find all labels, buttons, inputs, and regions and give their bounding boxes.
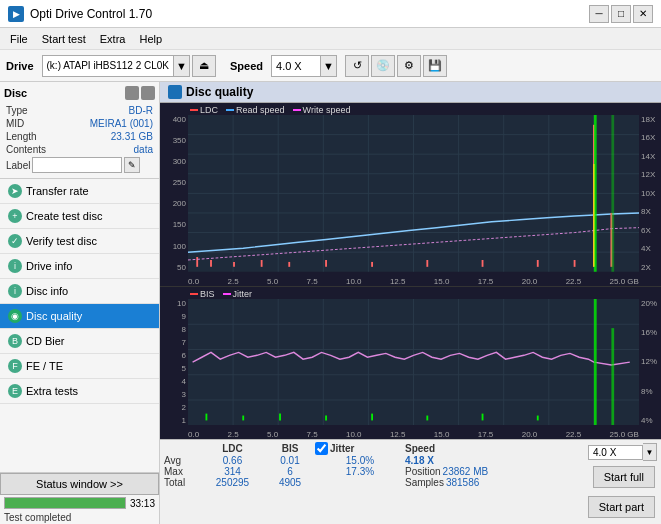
- cd-bier-icon: B: [8, 334, 22, 348]
- nav-extra-tests[interactable]: E Extra tests: [0, 379, 159, 404]
- jitter-checkbox[interactable]: [315, 442, 328, 455]
- title-bar-left: ▶ Opti Drive Control 1.70: [8, 6, 152, 22]
- settings-button[interactable]: ⚙: [397, 55, 421, 77]
- bis-legend-dot: [190, 293, 198, 295]
- app-icon: ▶: [8, 6, 24, 22]
- chart1-y-axis-left: 400 350 300 250 200 150 100 50: [160, 115, 188, 272]
- verify-test-icon: ✓: [8, 234, 22, 248]
- samples-value: 381586: [446, 477, 479, 488]
- menu-extra[interactable]: Extra: [94, 31, 132, 47]
- nav-verify-test[interactable]: ✓ Verify test disc: [0, 229, 159, 254]
- nav-disc-quality[interactable]: ◉ Disc quality: [0, 304, 159, 329]
- start-part-button[interactable]: Start part: [588, 496, 655, 518]
- max-label: Max: [164, 466, 200, 477]
- start-full-button[interactable]: Start full: [593, 466, 655, 488]
- speed-selector-arrow[interactable]: ▼: [643, 443, 657, 461]
- refresh-button[interactable]: ↺: [345, 55, 369, 77]
- read-speed-legend-dot: [226, 109, 234, 111]
- bottom-stats-controls: LDC BIS Jitter Speed Avg 0.66 0.01 15.0%…: [160, 439, 661, 524]
- nav-transfer-rate[interactable]: ➤ Transfer rate: [0, 179, 159, 204]
- nav-cd-bier[interactable]: B CD Bier: [0, 329, 159, 354]
- avg-label: Avg: [164, 455, 200, 466]
- chart1-y-axis-right: 18X 16X 14X 12X 10X 8X 6X 4X 2X: [639, 115, 661, 272]
- eject-button[interactable]: ⏏: [192, 55, 216, 77]
- progress-row: 33:13: [0, 495, 159, 511]
- chart2-container: BIS Jitter: [160, 287, 661, 439]
- speed-label: Speed: [230, 60, 263, 72]
- disc-icon1[interactable]: [125, 86, 139, 100]
- app-title: Opti Drive Control 1.70: [30, 7, 152, 21]
- jitter-checkbox-group: Jitter: [315, 442, 405, 455]
- total-label: Total: [164, 477, 200, 488]
- chart2-x-axis: 0.0 2.5 5.0 7.5 10.0 12.5 15.0 17.5 20.0…: [188, 430, 639, 439]
- ldc-col-header: LDC: [200, 443, 265, 454]
- speed-select[interactable]: 4.0 X: [271, 55, 321, 77]
- close-button[interactable]: ✕: [633, 5, 653, 23]
- status-area: Status window >> 33:13 Test completed: [0, 472, 159, 524]
- avg-jitter: 15.0%: [315, 455, 405, 466]
- maximize-button[interactable]: □: [611, 5, 631, 23]
- drive-select[interactable]: (k:) ATAPI iHBS112 2 CL0K: [42, 55, 174, 77]
- stats-max-row: Max 314 6 17.3% Position 23862 MB: [164, 466, 537, 477]
- samples-label: Samples: [405, 477, 444, 488]
- chart2-y-axis-right: 20% 16% 12% 8% 4%: [639, 299, 661, 425]
- jitter-legend-dot: [223, 293, 231, 295]
- write-speed-legend-dot: [293, 109, 301, 111]
- right-controls: 4.0 X ▼ Start full Start part: [541, 440, 661, 524]
- svg-rect-55: [594, 299, 597, 425]
- speed-selector[interactable]: 4.0 X: [588, 445, 643, 460]
- quality-header-icon: [168, 85, 182, 99]
- speed-select-arrow[interactable]: ▼: [321, 55, 337, 77]
- disc-length-row: Length 23.31 GB: [4, 130, 155, 143]
- disc-type-row: Type BD-R: [4, 104, 155, 117]
- nav-drive-info[interactable]: i Drive info: [0, 254, 159, 279]
- bis-col-header: BIS: [265, 443, 315, 454]
- svg-rect-56: [611, 328, 614, 425]
- title-bar: ▶ Opti Drive Control 1.70 ─ □ ✕: [0, 0, 661, 28]
- legend-jitter: Jitter: [223, 289, 253, 299]
- stats-total-row: Total 250295 4905 Samples 381586: [164, 477, 537, 488]
- menu-start-test[interactable]: Start test: [36, 31, 92, 47]
- transfer-rate-icon: ➤: [8, 184, 22, 198]
- status-window-button[interactable]: Status window >>: [0, 473, 159, 495]
- label-edit-button[interactable]: ✎: [124, 157, 140, 173]
- legend-read-speed: Read speed: [226, 105, 285, 115]
- status-time: 33:13: [130, 498, 155, 509]
- disc-quality-icon: ◉: [8, 309, 22, 323]
- max-ldc: 314: [200, 466, 265, 477]
- avg-bis: 0.01: [265, 455, 315, 466]
- menu-bar: File Start test Extra Help: [0, 28, 661, 50]
- disc-panel: Disc Type BD-R MID MEIRA1 (001) Length 2…: [0, 82, 159, 179]
- speed-selector-group: 4.0 X ▼: [588, 443, 657, 461]
- nav-disc-info[interactable]: i Disc info: [0, 279, 159, 304]
- total-bis: 4905: [265, 477, 315, 488]
- drive-select-arrow[interactable]: ▼: [174, 55, 190, 77]
- samples-group: Samples 381586: [405, 477, 479, 488]
- extra-tests-icon: E: [8, 384, 22, 398]
- menu-file[interactable]: File: [4, 31, 34, 47]
- minimize-button[interactable]: ─: [589, 5, 609, 23]
- disc-button[interactable]: 💿: [371, 55, 395, 77]
- toolbar-icons: ↺ 💿 ⚙ 💾: [345, 55, 447, 77]
- menu-help[interactable]: Help: [133, 31, 168, 47]
- charts-area: LDC Read speed Write speed: [160, 103, 661, 439]
- nav-list: ➤ Transfer rate + Create test disc ✓ Ver…: [0, 179, 159, 472]
- title-bar-controls: ─ □ ✕: [589, 5, 653, 23]
- nav-create-test[interactable]: + Create test disc: [0, 204, 159, 229]
- position-value: 23862 MB: [443, 466, 489, 477]
- quality-panel-header: Disc quality: [160, 82, 661, 103]
- disc-label-input[interactable]: [32, 157, 122, 173]
- disc-label: Disc: [4, 87, 27, 99]
- svg-rect-31: [611, 115, 614, 272]
- nav-fe-te[interactable]: F FE / TE: [0, 354, 159, 379]
- disc-info-icon: i: [8, 284, 22, 298]
- disc-contents-row: Contents data: [4, 143, 155, 156]
- position-label: Position: [405, 466, 441, 477]
- speed-col-header: Speed: [405, 443, 465, 454]
- chart2-svg: [188, 299, 639, 425]
- disc-icon2[interactable]: [141, 86, 155, 100]
- save-button[interactable]: 💾: [423, 55, 447, 77]
- progress-bar: [4, 497, 126, 509]
- drive-label: Drive: [6, 60, 34, 72]
- chart1-container: LDC Read speed Write speed: [160, 103, 661, 287]
